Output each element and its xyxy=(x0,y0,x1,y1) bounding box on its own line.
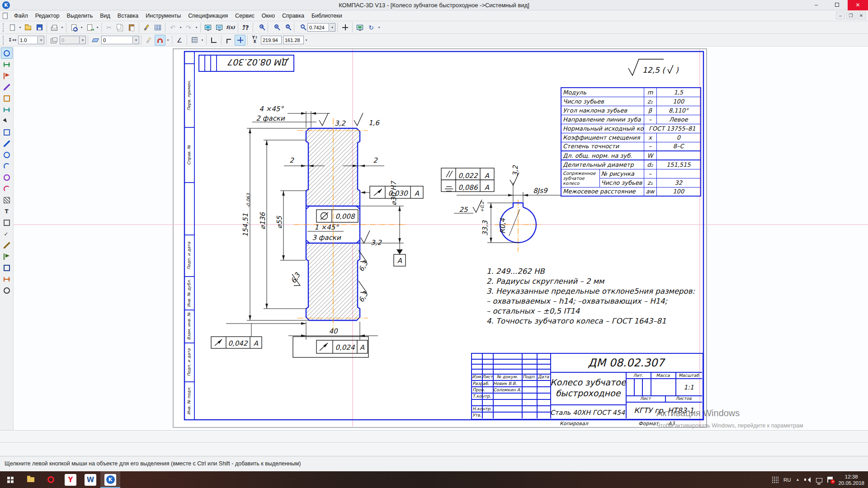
left-tool-axis-line[interactable] xyxy=(1,273,13,285)
close-button[interactable]: ✕ xyxy=(848,0,868,10)
current-layer-field[interactable] xyxy=(101,36,133,44)
coordinate-x-field[interactable] xyxy=(261,36,282,44)
language-indicator[interactable]: RU xyxy=(783,477,791,483)
message-bar[interactable] xyxy=(0,442,868,456)
undo-button[interactable]: ↶ xyxy=(167,22,178,33)
layers-button[interactable] xyxy=(90,35,101,46)
toolbar-grip[interactable] xyxy=(3,36,5,45)
taskbar-explorer[interactable] xyxy=(21,471,41,488)
zoom-selected-button[interactable] xyxy=(296,22,307,33)
variables-button[interactable] xyxy=(214,22,225,33)
taskbar-word[interactable]: W xyxy=(80,471,100,488)
new-dropdown[interactable]: ▾ xyxy=(18,22,22,33)
import-button[interactable] xyxy=(84,22,95,33)
start-button[interactable] xyxy=(0,471,21,488)
taskbar-clock[interactable]: 12:38 20.05.2018 xyxy=(838,474,864,486)
left-tool-point[interactable] xyxy=(1,285,13,296)
toolbar-overflow[interactable]: ▾ xyxy=(377,22,381,33)
corner-button[interactable] xyxy=(223,35,234,46)
open-button[interactable] xyxy=(23,22,33,33)
title-block[interactable]: Изм. Лист № докум. Подп. Дата Разраб. Но… xyxy=(471,353,703,420)
drawing-canvas[interactable] xyxy=(14,47,868,430)
left-tool-datum[interactable] xyxy=(1,251,13,262)
speaker-icon[interactable] xyxy=(804,477,811,483)
left-tool-tolerance-frame[interactable] xyxy=(1,262,13,273)
left-tool-roughness[interactable] xyxy=(1,228,13,239)
taskbar-yandex[interactable]: Y xyxy=(61,471,80,488)
copies-field[interactable] xyxy=(60,36,80,44)
tray-expand-icon[interactable]: ▲ xyxy=(796,478,800,482)
print-button[interactable] xyxy=(49,22,60,33)
left-tool-text[interactable] xyxy=(1,206,13,217)
left-tool-ellipse[interactable] xyxy=(1,172,13,183)
angle-snap-button[interactable]: ∠ xyxy=(174,35,185,46)
menu-редактор[interactable]: Редактор xyxy=(32,10,63,21)
menu-инструменты[interactable]: Инструменты xyxy=(142,10,184,21)
copies-dropdown[interactable]: ▾ xyxy=(80,36,86,44)
copy-properties-button[interactable] xyxy=(141,22,152,33)
action-center-icon[interactable] xyxy=(827,477,833,483)
left-tool-parameterization[interactable] xyxy=(1,93,13,104)
left-tool-dimensions[interactable] xyxy=(1,59,13,70)
copy-button[interactable] xyxy=(115,22,126,33)
toolbar-overflow[interactable]: ▾ xyxy=(304,35,308,46)
minimize-button[interactable]: – xyxy=(806,0,826,10)
toolbar-grip[interactable] xyxy=(3,23,5,32)
menu-вид[interactable]: Вид xyxy=(96,10,114,21)
layer-dropdown[interactable]: ▾ xyxy=(133,36,139,44)
left-tool-specification[interactable] xyxy=(1,127,13,138)
left-tool-leader[interactable] xyxy=(1,239,13,251)
left-tool-spline[interactable] xyxy=(1,183,13,194)
gear-parameter-table[interactable]: Модульm1,5 Число зубьевz₂100 Угол наклон… xyxy=(561,87,701,197)
zoom-in-button[interactable] xyxy=(255,22,266,33)
menu-справка[interactable]: Справка xyxy=(278,10,308,21)
menu-выделить[interactable]: Выделить xyxy=(63,10,97,21)
preview-dropdown[interactable]: ▾ xyxy=(80,22,84,33)
grid-dropdown[interactable]: ▾ xyxy=(200,35,204,46)
mdi-close-button[interactable]: ✕ xyxy=(857,12,866,19)
property-bar[interactable] xyxy=(0,430,868,442)
left-tool-table[interactable] xyxy=(1,217,13,228)
cursor-step-dropdown[interactable]: ▾ xyxy=(38,36,44,44)
left-tool-selection[interactable] xyxy=(1,115,13,127)
local-csys-button[interactable] xyxy=(208,35,219,46)
import-dropdown[interactable]: ▾ xyxy=(95,22,99,33)
fx-button[interactable]: f(x) xyxy=(225,22,236,33)
menu-вставка[interactable]: Вставка xyxy=(114,10,142,21)
spreadsheet-button[interactable] xyxy=(152,22,163,33)
redo-button[interactable]: ↷ xyxy=(183,22,194,33)
copy-properties-2-button[interactable] xyxy=(143,35,154,46)
redo-dropdown[interactable]: ▾ xyxy=(194,22,198,33)
refresh-view-button[interactable] xyxy=(354,22,365,33)
print-preview-button[interactable] xyxy=(68,22,79,33)
pan-button[interactable] xyxy=(340,22,350,33)
left-tool-designations[interactable] xyxy=(1,70,13,81)
ortho-mode-button[interactable] xyxy=(235,35,245,46)
left-tool-line[interactable] xyxy=(1,138,13,149)
maximize-button[interactable] xyxy=(827,0,847,10)
menu-файл[interactable]: Файл xyxy=(10,10,32,21)
left-tool-geometry[interactable] xyxy=(1,47,13,59)
taskbar-opera[interactable] xyxy=(41,471,61,488)
save-button[interactable] xyxy=(34,22,45,33)
left-tool-arc[interactable] xyxy=(1,160,13,172)
menu-библиотеки[interactable]: Библиотеки xyxy=(308,10,346,21)
context-help-button[interactable]: ⤴? xyxy=(240,22,251,33)
zoom-plus-minus-button[interactable] xyxy=(281,22,292,33)
grid-button[interactable] xyxy=(189,35,200,46)
undo-dropdown[interactable]: ▾ xyxy=(179,22,183,33)
zoom-value-dropdown[interactable]: ▾ xyxy=(330,23,335,32)
left-tool-circle[interactable] xyxy=(1,149,13,160)
zoom-value-field[interactable] xyxy=(307,23,329,32)
coordinate-y-field[interactable] xyxy=(283,36,304,44)
dots-grid-icon[interactable] xyxy=(772,476,778,483)
zoom-area-button[interactable] xyxy=(270,22,281,33)
new-document-button[interactable] xyxy=(7,22,18,33)
cursor-step-field[interactable] xyxy=(18,36,38,44)
snap-dropdown[interactable]: ▾ xyxy=(166,35,170,46)
print-dropdown[interactable]: ▾ xyxy=(60,22,64,33)
technical-notes[interactable]: 1. 249...262 НВ 2. Радиусы скруглений – … xyxy=(486,267,685,326)
taskbar-kompas[interactable]: K xyxy=(100,471,120,488)
mdi-restore-button[interactable]: ❐ xyxy=(846,12,855,19)
network-icon[interactable] xyxy=(816,478,822,483)
